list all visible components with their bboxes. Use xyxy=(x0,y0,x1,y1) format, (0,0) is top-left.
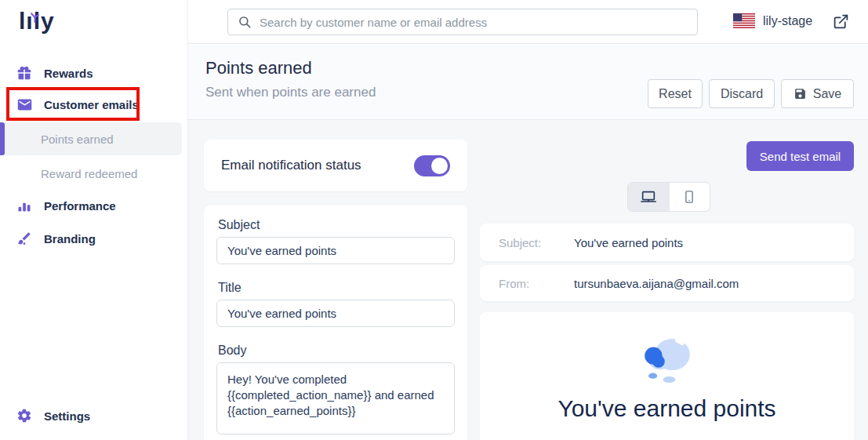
preview-device-toggle xyxy=(627,182,710,212)
sidebar-item-points-earned[interactable]: Points earned xyxy=(0,124,188,154)
mobile-preview-button[interactable] xyxy=(669,183,710,211)
sidebar-item-label: Rewards xyxy=(44,67,93,80)
email-notification-card: Email notification status xyxy=(204,140,467,191)
sidebar: lıly Rewards Customer emails Points earn… xyxy=(0,0,188,440)
brand-logo[interactable]: lıly xyxy=(19,8,55,35)
preview-subject-value: You've earned points xyxy=(574,236,683,249)
preview-from-value: tursunbaeva.aijana@gmail.com xyxy=(574,277,739,290)
preview-from-label: From: xyxy=(499,277,574,290)
title-input[interactable] xyxy=(216,300,455,327)
bar-chart-icon xyxy=(16,197,33,214)
email-preview-card: You've earned points xyxy=(480,312,854,440)
search-bar xyxy=(227,9,698,35)
logo-text: l xyxy=(19,8,26,34)
subject-input[interactable] xyxy=(216,237,455,264)
phone-icon xyxy=(682,190,696,204)
envelope-icon xyxy=(16,96,33,113)
email-notification-label: Email notification status xyxy=(221,158,361,173)
preview-subject-label: Subject: xyxy=(499,236,574,249)
gift-icon xyxy=(16,64,33,82)
cloud-illustration xyxy=(630,329,705,392)
desktop-preview-button[interactable] xyxy=(628,183,669,211)
subject-label: Subject xyxy=(218,218,260,232)
page-subtitle: Sent when points are earned xyxy=(205,85,376,100)
sidebar-item-settings[interactable]: Settings xyxy=(0,402,188,430)
app-window: lıly Rewards Customer emails Points earn… xyxy=(0,0,868,440)
sidebar-item-reward-redeemed[interactable]: Reward redeemed xyxy=(0,158,188,188)
preview-from-row: From: tursunbaeva.aijana@gmail.com xyxy=(480,265,854,301)
laptop-icon xyxy=(640,188,657,205)
email-notification-toggle[interactable] xyxy=(414,155,450,176)
sidebar-item-customer-emails[interactable]: Customer emails xyxy=(0,90,188,118)
page-header: Points earned Sent when points are earne… xyxy=(188,44,868,120)
sidebar-item-label: Points earned xyxy=(41,133,114,146)
us-flag-icon[interactable] xyxy=(733,13,755,31)
save-button[interactable]: Save xyxy=(781,79,854,108)
save-icon xyxy=(794,87,807,100)
sidebar-item-label: Settings xyxy=(44,409,90,423)
body-label: Body xyxy=(218,344,246,358)
preview-subject-row: Subject: You've earned points xyxy=(480,224,854,261)
email-form-card: Subject Title Body Hey! You've completed… xyxy=(204,205,467,440)
title-label: Title xyxy=(218,281,242,295)
main-content: Email notification status Subject Title … xyxy=(188,120,868,440)
topbar: lily-stage xyxy=(188,0,868,44)
sidebar-item-performance[interactable]: Performance xyxy=(0,191,188,220)
gear-icon xyxy=(16,407,33,424)
logo-flower-icon xyxy=(29,2,41,29)
send-test-email-button[interactable]: Send test email xyxy=(746,141,854,171)
search-input[interactable] xyxy=(252,9,697,35)
page-title: Points earned xyxy=(205,58,312,78)
reset-button[interactable]: Reset xyxy=(648,79,703,108)
toggle-knob xyxy=(431,158,448,174)
sidebar-item-branding[interactable]: Branding xyxy=(0,224,188,253)
store-name: lily-stage xyxy=(763,14,812,28)
sidebar-item-label: Performance xyxy=(44,199,116,213)
body-textarea[interactable]: Hey! You've completed {{completed_action… xyxy=(216,362,455,435)
discard-button[interactable]: Discard xyxy=(709,79,775,108)
external-link-icon[interactable] xyxy=(833,13,849,30)
sidebar-item-rewards[interactable]: Rewards xyxy=(0,59,188,87)
sidebar-item-label: Reward redeemed xyxy=(41,167,137,180)
search-icon xyxy=(238,15,252,29)
paintbrush-icon xyxy=(16,230,33,247)
sidebar-item-label: Customer emails xyxy=(44,98,139,111)
sidebar-item-label: Branding xyxy=(44,232,96,245)
preview-email-title: You've earned points xyxy=(480,395,854,422)
